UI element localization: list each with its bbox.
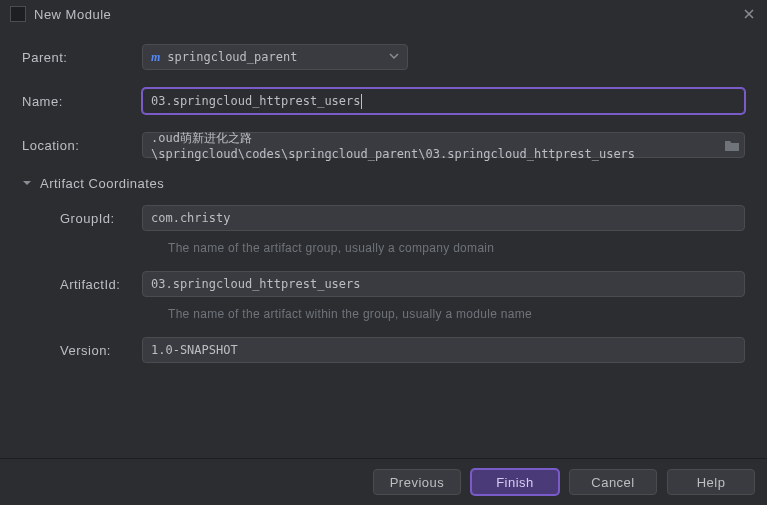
parent-row: Parent: m springcloud_parent [22,44,745,70]
location-row: Location: .oud萌新进化之路\springcloud\codes\s… [22,132,745,158]
cancel-button[interactable]: Cancel [569,469,657,495]
dialog-footer: Previous Finish Cancel Help [0,458,767,505]
name-label: Name: [22,94,142,109]
maven-icon: m [151,50,160,65]
version-value: 1.0-SNAPSHOT [151,343,238,357]
artifactid-label: ArtifactId: [22,277,142,292]
finish-button[interactable]: Finish [471,469,559,495]
version-input[interactable]: 1.0-SNAPSHOT [142,337,745,363]
name-value: 03.springcloud_httprest_users [151,94,361,108]
groupid-label: GroupId: [22,211,142,226]
titlebar: New Module [0,0,767,28]
groupid-hint: The name of the artifact group, usually … [168,241,745,255]
help-button[interactable]: Help [667,469,755,495]
intellij-icon [10,6,26,22]
browse-folder-icon[interactable] [722,138,742,152]
artifactid-value: 03.springcloud_httprest_users [151,277,361,291]
window-title: New Module [34,7,741,22]
close-icon[interactable] [741,6,757,22]
version-row: Version: 1.0-SNAPSHOT [22,337,745,363]
chevron-down-icon [389,50,399,64]
parent-label: Parent: [22,50,142,65]
location-label: Location: [22,138,142,153]
parent-combobox[interactable]: m springcloud_parent [142,44,408,70]
name-input[interactable]: 03.springcloud_httprest_users [142,88,745,114]
parent-value: springcloud_parent [167,50,297,64]
dialog-content: Parent: m springcloud_parent Name: 03.sp… [0,28,767,458]
name-row: Name: 03.springcloud_httprest_users [22,88,745,114]
artifact-coordinates-label: Artifact Coordinates [40,176,164,191]
previous-button[interactable]: Previous [373,469,461,495]
triangle-down-icon [22,176,32,191]
groupid-value: com.christy [151,211,230,225]
artifactid-input[interactable]: 03.springcloud_httprest_users [142,271,745,297]
groupid-input[interactable]: com.christy [142,205,745,231]
location-value: .oud萌新进化之路\springcloud\codes\springcloud… [151,130,722,161]
artifactid-hint: The name of the artifact within the grou… [168,307,745,321]
version-label: Version: [22,343,142,358]
artifactid-row: ArtifactId: 03.springcloud_httprest_user… [22,271,745,297]
location-input[interactable]: .oud萌新进化之路\springcloud\codes\springcloud… [142,132,745,158]
groupid-row: GroupId: com.christy [22,205,745,231]
text-caret [361,94,362,109]
artifact-coordinates-toggle[interactable]: Artifact Coordinates [22,176,745,191]
